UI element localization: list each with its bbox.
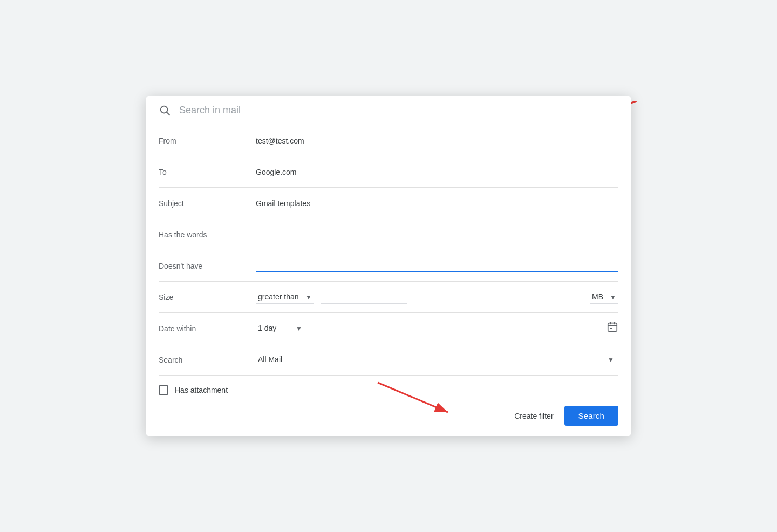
date-within-select[interactable]: 1 day 3 days 1 week 2 weeks 1 month 2 mo…: [256, 322, 304, 335]
dialog-wrapper: From To Subject Has the words Doesn't ha…: [146, 96, 631, 436]
search-icon: [159, 104, 171, 116]
has-attachment-label: Has attachment: [175, 386, 228, 394]
has-words-input[interactable]: [256, 229, 618, 240]
doesnt-have-row: Doesn't have: [159, 250, 618, 282]
to-label: To: [159, 168, 256, 176]
search-in-select[interactable]: All Mail Inbox Sent Mail Drafts Spam Tra…: [256, 353, 618, 366]
search-header[interactable]: [146, 96, 631, 125]
date-within-select-wrap[interactable]: 1 day 3 days 1 week 2 weeks 1 month 2 mo…: [256, 322, 304, 335]
date-within-label: Date within: [159, 324, 256, 333]
calendar-icon[interactable]: [606, 321, 618, 336]
doesnt-have-input[interactable]: [256, 260, 618, 272]
from-label: From: [159, 137, 256, 145]
has-attachment-checkbox[interactable]: [159, 385, 168, 395]
size-number-input[interactable]: [321, 290, 407, 304]
svg-line-3: [167, 112, 169, 115]
svg-rect-4: [608, 323, 617, 332]
search-button[interactable]: Search: [564, 406, 618, 426]
date-within-row: Date within 1 day 3 days 1 week 2 weeks …: [159, 313, 618, 344]
form-body: From To Subject Has the words Doesn't ha…: [146, 125, 631, 401]
size-unit-select[interactable]: MB KB GB: [590, 290, 618, 304]
size-unit-wrap[interactable]: MB KB GB ▼: [590, 290, 618, 304]
search-in-mail-input[interactable]: [179, 105, 618, 116]
search-in-select-wrap[interactable]: All Mail Inbox Sent Mail Drafts Spam Tra…: [256, 353, 618, 366]
has-attachment-checkbox-wrap[interactable]: Has attachment: [159, 385, 228, 395]
from-row: From: [159, 125, 618, 156]
footer-actions: Create filter Search: [146, 401, 631, 436]
date-controls: 1 day 3 days 1 week 2 weeks 1 month 2 mo…: [256, 321, 618, 336]
search-in-controls: All Mail Inbox Sent Mail Drafts Spam Tra…: [256, 353, 618, 366]
search-dialog: From To Subject Has the words Doesn't ha…: [146, 96, 631, 436]
size-controls: greater than less than ▼ MB KB GB ▼: [256, 290, 618, 304]
subject-label: Subject: [159, 199, 256, 208]
create-filter-link[interactable]: Create filter: [514, 412, 553, 420]
to-row: To: [159, 156, 618, 188]
subject-row: Subject: [159, 188, 618, 219]
size-comparison-select[interactable]: greater than less than: [256, 290, 314, 304]
from-input[interactable]: [256, 135, 618, 146]
size-row: Size greater than less than ▼ MB KB: [159, 282, 618, 313]
to-input[interactable]: [256, 167, 618, 178]
attachment-row: Has attachment: [159, 376, 618, 401]
doesnt-have-label: Doesn't have: [159, 262, 256, 270]
has-words-row: Has the words: [159, 219, 618, 250]
search-in-row: Search All Mail Inbox Sent Mail Drafts S…: [159, 344, 618, 376]
svg-rect-8: [610, 328, 612, 329]
size-label: Size: [159, 293, 256, 302]
has-words-label: Has the words: [159, 230, 256, 239]
search-in-label: Search: [159, 356, 256, 364]
size-comparison-wrap[interactable]: greater than less than ▼: [256, 290, 314, 304]
subject-input[interactable]: [256, 198, 618, 209]
